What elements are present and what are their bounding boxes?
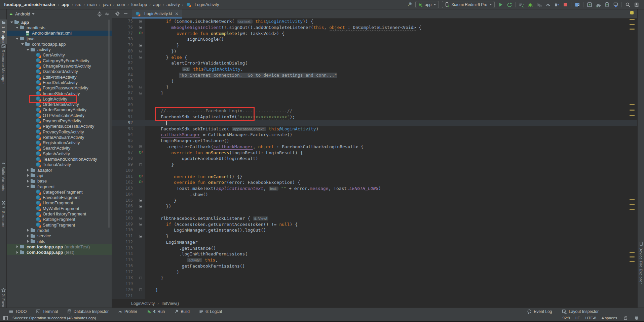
- fold-marker-icon[interactable]: [139, 287, 145, 293]
- code-text[interactable]: } else {: [145, 54, 187, 61]
- debug-icon[interactable]: [527, 2, 533, 7]
- code-line[interactable]: 87 }: [112, 90, 637, 96]
- code-text[interactable]: override fun onCancel() {}: [145, 174, 242, 180]
- tree-item[interactable]: RefarAndEarnActivity: [7, 134, 112, 140]
- code-line[interactable]: 94 callbackManager = CallbackManager.Fac…: [112, 132, 637, 138]
- code-line[interactable]: 111 }: [112, 233, 637, 239]
- code-line[interactable]: 86 }: [112, 84, 637, 90]
- code-text[interactable]: if (AccessToken.getCurrentAccessToken() …: [145, 222, 298, 228]
- code-text[interactable]: override fun onComplete(p0: Task<Void>) …: [145, 31, 285, 37]
- code-text[interactable]: }): [145, 203, 171, 209]
- gradle-sync-icon[interactable]: [595, 2, 601, 7]
- tree-item[interactable]: AndroidManifest.xml: [7, 31, 112, 36]
- code-area[interactable]: 75 if (Common.isCheckNetwork( context: t…: [112, 18, 637, 299]
- warning-stripe-mark[interactable]: [630, 29, 635, 30]
- code-line[interactable]: 112 LoginManager: [112, 239, 637, 245]
- code-text[interactable]: signInGoogle(): [145, 36, 224, 42]
- code-line[interactable]: 102 override fun onError(error: Facebook…: [112, 179, 637, 186]
- breadcrumb-segment[interactable]: activity: [166, 2, 180, 7]
- tree-item[interactable]: OTPVerificatinActivity: [7, 113, 112, 118]
- breadcrumb-segment[interactable]: foodapp_android-master: [4, 2, 55, 7]
- code-line[interactable]: 106 }): [112, 203, 637, 209]
- code-line[interactable]: 76 mGoogleSignInClient!!.signOut().addOn…: [112, 25, 637, 31]
- tree-item[interactable]: SearchActivity: [7, 146, 112, 151]
- fold-marker-icon[interactable]: [139, 198, 145, 204]
- breadcrumb-segment[interactable]: com: [117, 2, 125, 7]
- code-text[interactable]: mGoogleSignInClient!!.signOut().addOnCom…: [145, 25, 421, 31]
- tree-item[interactable]: base: [7, 178, 112, 184]
- code-text[interactable]: ): [145, 269, 179, 275]
- sidebar-item-buildvariants[interactable]: Build Variants: [0, 160, 7, 192]
- sidebar-item-resourcemanager[interactable]: Resource Manager: [0, 43, 7, 85]
- code-line[interactable]: 100: [112, 168, 637, 174]
- fold-marker-icon[interactable]: [139, 215, 145, 222]
- code-line[interactable]: 103 Toast.makeText(applicationContext, t…: [112, 186, 637, 192]
- code-text[interactable]: act: this@LoginActivity,: [145, 66, 243, 72]
- chevron-expanded-icon[interactable]: [15, 36, 20, 41]
- code-text[interactable]: .logInWithReadPermissions(: [145, 251, 248, 257]
- code-line[interactable]: 80 }): [112, 48, 637, 54]
- code-line[interactable]: 117 ): [112, 269, 637, 275]
- toolwindow-button-terminal[interactable]: Terminal: [36, 309, 58, 314]
- chevron-expanded-icon[interactable]: [15, 25, 20, 30]
- tree-item[interactable]: app: [7, 19, 112, 25]
- collapse-all-icon[interactable]: [104, 11, 110, 17]
- warning-stripe-mark[interactable]: [630, 24, 635, 25]
- tree-item[interactable]: CategoriesFragment: [7, 189, 112, 195]
- tree-item[interactable]: HomeFragment: [7, 200, 112, 206]
- code-line[interactable]: 118 }: [112, 275, 637, 281]
- device-manager-icon[interactable]: [574, 2, 580, 7]
- fold-marker-icon[interactable]: [139, 90, 145, 96]
- breadcrumb-segment[interactable]: java: [103, 2, 111, 7]
- close-icon[interactable]: ✕: [175, 11, 178, 16]
- code-text[interactable]: alertErrorOrValidationDialog(: [145, 60, 248, 66]
- warning-stripe-mark[interactable]: [630, 252, 635, 253]
- code-text[interactable]: }: [145, 275, 163, 281]
- tree-item[interactable]: EditProfileActivity: [7, 74, 112, 80]
- code-text[interactable]: rlbtnFacebook.setOnClickListener { it: V…: [145, 215, 268, 222]
- highlighting-level-icon[interactable]: [634, 315, 639, 321]
- code-text[interactable]: Toast.makeText(applicationContext, text:…: [145, 186, 381, 192]
- fold-marker-icon[interactable]: [139, 84, 145, 90]
- code-text[interactable]: .getInstance(): [145, 245, 216, 251]
- file-encoding[interactable]: UTF-8: [585, 316, 596, 320]
- profile-icon[interactable]: [536, 2, 542, 7]
- code-line[interactable]: 82 alertErrorOrValidationDialog(: [112, 60, 637, 66]
- project-view-select[interactable]: Android: [15, 11, 30, 16]
- code-line[interactable]: 116 getFacebookPermissions(): [112, 263, 637, 269]
- fold-marker-icon[interactable]: [139, 42, 145, 48]
- fold-marker-icon[interactable]: [139, 25, 145, 31]
- code-line[interactable]: 114 .logInWithReadPermissions(: [112, 251, 637, 257]
- tree-item[interactable]: com.foodapp.app(androidTest): [7, 244, 112, 249]
- toolwindow-button-profiler[interactable]: Profiler: [118, 309, 137, 314]
- chevron-expanded-icon[interactable]: [26, 184, 30, 189]
- code-line[interactable]: 96 .registerCallback(callbackManager, ob…: [112, 144, 637, 150]
- tree-item[interactable]: TutorialActivity: [7, 162, 112, 167]
- avd-manager-icon[interactable]: [586, 2, 592, 7]
- toolwindow-button-eventlog[interactable]: Event Log: [527, 309, 552, 314]
- tree-item[interactable]: com.foodapp.app(test): [7, 249, 112, 255]
- code-line[interactable]: 108 rlbtnFacebook.setOnClickListener { i…: [112, 215, 637, 222]
- code-text[interactable]: LoginManager.getInstance().logOut(): [145, 227, 266, 233]
- breadcrumb-segment[interactable]: main: [87, 2, 97, 7]
- code-line[interactable]: 113 .getInstance(): [112, 245, 637, 251]
- caret-position[interactable]: 92:9: [563, 316, 570, 320]
- tree-item[interactable]: TearmsAndConditionActivity: [7, 156, 112, 162]
- fold-marker-icon[interactable]: [139, 222, 145, 228]
- code-line[interactable]: 95 LoginManager.getInstance(): [112, 138, 637, 144]
- toolwindow-button-todo[interactable]: TODO: [9, 309, 27, 314]
- code-text[interactable]: }: [145, 84, 168, 90]
- fold-marker-icon[interactable]: [139, 275, 145, 281]
- chevron-collapsed-icon[interactable]: [26, 179, 30, 184]
- run-configuration-select[interactable]: app: [415, 1, 439, 8]
- code-line[interactable]: 97 override fun onSuccess(loginResult: L…: [112, 150, 637, 156]
- breadcrumb-segment[interactable]: app: [62, 2, 69, 7]
- code-line[interactable]: 109 if (AccessToken.getCurrentAccessToke…: [112, 222, 637, 228]
- breadcrumb-segment[interactable]: app: [153, 2, 160, 7]
- sidebar-item-project[interactable]: 1: Project: [0, 19, 7, 44]
- breadcrumb-method[interactable]: InitView(): [161, 301, 179, 306]
- code-line[interactable]: 84 "No internet connection. Go to device…: [112, 72, 637, 78]
- override-marker-icon[interactable]: [139, 31, 145, 37]
- code-text[interactable]: }: [145, 162, 174, 168]
- tree-item[interactable]: PaymentPayActivity: [7, 118, 112, 123]
